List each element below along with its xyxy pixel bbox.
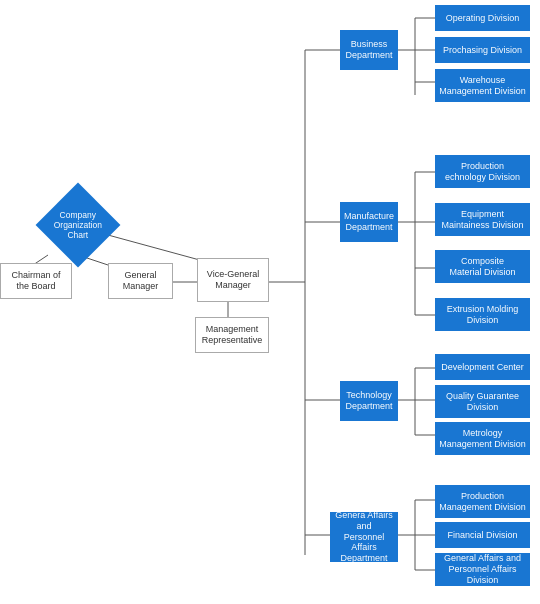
manufacture-dept-label: ManufactureDepartment [344,211,394,233]
business-dept-box: BusinessDepartment [340,30,398,70]
gen-affairs-div-label: General Affairs andPersonnel Affairs Div… [437,553,528,585]
general-manager-label: GeneralManager [123,270,159,292]
company-diamond: CompanyOrganization Chart [36,183,121,268]
org-chart: CompanyOrganization Chart Chairman ofthe… [0,0,540,604]
composite-div-label: CompositeMaterial Division [449,256,515,278]
prod-mgmt-div-label: ProductionManagement Division [439,491,526,513]
extrusion-div-box: Extrusion MoldingDivision [435,298,530,331]
financial-div-box: Financial Division [435,522,530,548]
development-center-label: Development Center [441,362,524,373]
business-dept-label: BusinessDepartment [345,39,392,61]
chairman-label: Chairman ofthe Board [11,270,60,292]
metrology-div-box: MetrologyManagement Division [435,422,530,455]
chairman-box: Chairman ofthe Board [0,263,72,299]
operating-div-box: Operating Division [435,5,530,31]
management-rep-label: ManagementRepresentative [202,324,263,346]
warehouse-div-label: WarehouseManagement Division [439,75,526,97]
purchasing-div-box: Prochasing Division [435,37,530,63]
general-manager-box: GeneralManager [108,263,173,299]
manufacture-dept-box: ManufactureDepartment [340,202,398,242]
composite-div-box: CompositeMaterial Division [435,250,530,283]
quality-div-label: Quality GuaranteeDivision [446,391,519,413]
warehouse-div-box: WarehouseManagement Division [435,69,530,102]
general-affairs-dept-label: Genera Affairs andPersonnelAffairs Depar… [332,510,396,564]
technology-dept-label: TechnologyDepartment [345,390,392,412]
development-center-box: Development Center [435,354,530,380]
equipment-div-box: EquipmentMaintainess Division [435,203,530,236]
quality-div-box: Quality GuaranteeDivision [435,385,530,418]
company-label: CompanyOrganization Chart [50,210,106,241]
operating-div-label: Operating Division [446,13,520,24]
metrology-div-label: MetrologyManagement Division [439,428,526,450]
gen-affairs-div-box: General Affairs andPersonnel Affairs Div… [435,553,530,586]
prod-mgmt-div-box: ProductionManagement Division [435,485,530,518]
vice-general-manager-box: Vice-GeneralManager [197,258,269,302]
management-rep-box: ManagementRepresentative [195,317,269,353]
technology-dept-box: TechnologyDepartment [340,381,398,421]
general-affairs-dept-box: Genera Affairs andPersonnelAffairs Depar… [330,512,398,562]
extrusion-div-label: Extrusion MoldingDivision [447,304,519,326]
production-tech-div-box: Productionechnology Division [435,155,530,188]
equipment-div-label: EquipmentMaintainess Division [441,209,523,231]
vice-general-manager-label: Vice-GeneralManager [207,269,259,291]
production-tech-div-label: Productionechnology Division [445,161,520,183]
financial-div-label: Financial Division [447,530,517,541]
purchasing-div-label: Prochasing Division [443,45,522,56]
